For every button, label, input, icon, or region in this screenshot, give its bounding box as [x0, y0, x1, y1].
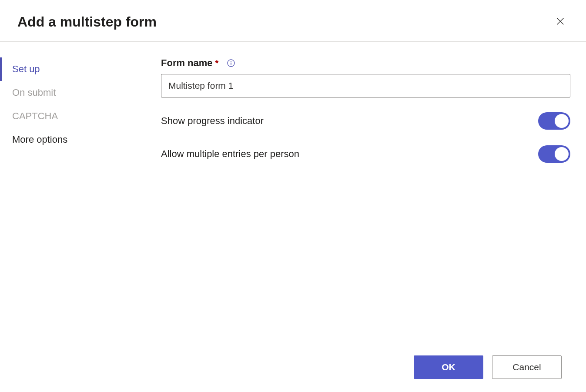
sidebar-item-label: Set up — [12, 64, 40, 74]
allow-multiple-row: Allow multiple entries per person — [161, 145, 570, 163]
show-progress-toggle[interactable] — [538, 112, 570, 130]
svg-rect-2 — [231, 63, 232, 65]
allow-multiple-label: Allow multiple entries per person — [161, 148, 299, 160]
dialog-title: Add a multistep form — [17, 14, 157, 30]
form-name-label-row: Form name * — [161, 57, 570, 69]
form-name-label: Form name — [161, 57, 213, 69]
dialog-header: Add a multistep form — [0, 0, 586, 42]
show-progress-label: Show progress indicator — [161, 115, 264, 127]
sidebar-item-more-options[interactable]: More options — [0, 128, 161, 151]
close-icon — [556, 17, 565, 27]
sidebar-item-captcha[interactable]: CAPTCHA — [0, 104, 161, 128]
dialog-footer: OK Cancel — [414, 355, 562, 379]
required-asterisk: * — [215, 58, 219, 68]
info-icon[interactable] — [227, 59, 235, 67]
close-button[interactable] — [552, 13, 569, 31]
sidebar-nav: Set up On submit CAPTCHA More options — [0, 42, 161, 358]
show-progress-row: Show progress indicator — [161, 112, 570, 130]
allow-multiple-toggle[interactable] — [538, 145, 570, 163]
main-content: Form name * Show progress indicator Allo… — [161, 42, 586, 358]
form-name-field: Form name * — [161, 57, 570, 97]
sidebar-item-label: More options — [12, 134, 67, 145]
sidebar-item-label: On submit — [12, 87, 56, 98]
toggle-knob — [555, 147, 569, 161]
cancel-button[interactable]: Cancel — [492, 355, 562, 379]
sidebar-item-on-submit[interactable]: On submit — [0, 81, 161, 104]
sidebar-item-label: CAPTCHA — [12, 111, 58, 121]
dialog-body: Set up On submit CAPTCHA More options Fo… — [0, 42, 586, 358]
svg-point-1 — [231, 61, 231, 62]
sidebar-item-setup[interactable]: Set up — [0, 57, 161, 81]
toggle-knob — [555, 114, 569, 128]
form-name-input[interactable] — [161, 74, 570, 97]
ok-button[interactable]: OK — [414, 355, 483, 379]
